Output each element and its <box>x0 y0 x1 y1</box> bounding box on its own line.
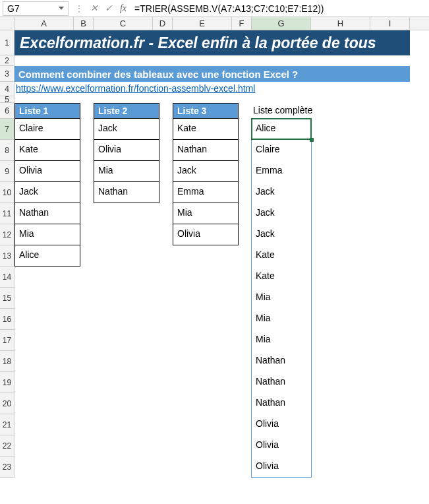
list1-item-1[interactable]: Kate <box>14 140 80 161</box>
row-header-9[interactable]: 9 <box>0 161 14 182</box>
row-header-3[interactable]: 3 <box>0 66 14 82</box>
row-header-7[interactable]: 7 <box>0 119 14 140</box>
list3-item-4[interactable]: Mia <box>173 203 239 224</box>
row-header-16[interactable]: 16 <box>0 309 14 330</box>
list2-header: Liste 2 <box>94 103 159 119</box>
list2-item-1[interactable]: Olivia <box>94 140 159 161</box>
tutorial-link[interactable]: https://www.excelformation.fr/fonction-a… <box>16 83 255 94</box>
result-item-14[interactable]: Olivia <box>252 414 311 435</box>
result-item-11[interactable]: Nathan <box>252 351 311 372</box>
row-header-8[interactable]: 8 <box>0 140 14 161</box>
fx-icon[interactable]: fx <box>116 1 130 16</box>
row-header-22[interactable]: 22 <box>0 435 14 457</box>
row-header-12[interactable]: 12 <box>0 224 14 245</box>
col-header-H[interactable]: H <box>311 17 370 30</box>
formula-text: =TRIER(ASSEMB.V(A7:A13;C7:C10;E7:E12)) <box>134 3 324 14</box>
col-header-E[interactable]: E <box>173 17 232 30</box>
name-box-dropdown-icon[interactable] <box>59 7 64 10</box>
row-header-1[interactable]: 1 <box>0 30 14 55</box>
list2-item-0[interactable]: Jack <box>94 119 159 140</box>
list1-item-0[interactable]: Claire <box>14 119 80 140</box>
list1-header: Liste 1 <box>14 103 80 119</box>
row-header-10[interactable]: 10 <box>0 182 14 203</box>
list3-item-5[interactable]: Olivia <box>173 224 239 245</box>
row-header-14[interactable]: 14 <box>0 267 14 288</box>
result-item-9[interactable]: Mia <box>252 309 311 330</box>
row-header-5[interactable]: 5 <box>0 96 14 103</box>
row-header-15[interactable]: 15 <box>0 288 14 309</box>
grid: 1234567891011121314151617181920212223 Ex… <box>0 30 429 478</box>
col-header-G[interactable]: G <box>252 17 311 30</box>
formula-input[interactable]: =TRIER(ASSEMB.V(A7:A13;C7:C10;E7:E12)) <box>130 1 429 16</box>
cells-area[interactable]: Excelformation.fr - Excel enfin à la por… <box>14 30 429 478</box>
row-header-2[interactable]: 2 <box>0 55 14 66</box>
result-item-15[interactable]: Olivia <box>252 435 311 457</box>
result-header[interactable]: Liste complète <box>252 103 324 119</box>
row-header-17[interactable]: 17 <box>0 330 14 351</box>
result-item-0[interactable]: Alice <box>252 119 311 140</box>
row-header-20[interactable]: 20 <box>0 393 14 414</box>
result-item-16[interactable]: Olivia <box>252 457 311 478</box>
confirm-formula-icon[interactable]: ✓ <box>101 1 116 16</box>
row-header-23[interactable]: 23 <box>0 457 14 478</box>
col-header-A[interactable]: A <box>14 17 74 30</box>
cancel-formula-icon[interactable]: ✕ <box>87 1 101 16</box>
result-item-10[interactable]: Mia <box>252 330 311 351</box>
select-all-corner[interactable] <box>0 17 14 30</box>
result-item-2[interactable]: Emma <box>252 161 311 182</box>
list1-item-4[interactable]: Nathan <box>14 203 80 224</box>
col-header-F[interactable]: F <box>232 17 252 30</box>
row-header-11[interactable]: 11 <box>0 203 14 224</box>
name-box[interactable]: G7 <box>3 1 69 16</box>
result-item-3[interactable]: Jack <box>252 182 311 203</box>
list3-item-0[interactable]: Kate <box>173 119 239 140</box>
title-banner: Excelformation.fr - Excel enfin à la por… <box>14 30 410 55</box>
row-header-21[interactable]: 21 <box>0 414 14 435</box>
row-header-6[interactable]: 6 <box>0 103 14 119</box>
result-item-7[interactable]: Kate <box>252 267 311 288</box>
title-text: Excelformation.fr - Excel enfin à la por… <box>20 34 376 52</box>
col-header-C[interactable]: C <box>94 17 153 30</box>
list3-item-2[interactable]: Jack <box>173 161 239 182</box>
list1-item-5[interactable]: Mia <box>14 224 80 245</box>
subtitle-banner: Comment combiner des tableaux avec une f… <box>14 66 410 82</box>
row-header-18[interactable]: 18 <box>0 351 14 372</box>
result-item-6[interactable]: Kate <box>252 245 311 267</box>
list1-item-3[interactable]: Jack <box>14 182 80 203</box>
formula-bar: G7 ⋮ ✕ ✓ fx =TRIER(ASSEMB.V(A7:A13;C7:C1… <box>0 0 429 17</box>
list1-item-2[interactable]: Olivia <box>14 161 80 182</box>
list2-item-3[interactable]: Nathan <box>94 182 159 203</box>
list3-item-3[interactable]: Emma <box>173 182 239 203</box>
result-item-1[interactable]: Claire <box>252 140 311 161</box>
formula-bar-separator: ⋮ <box>71 4 87 13</box>
result-item-8[interactable]: Mia <box>252 288 311 309</box>
list3-header: Liste 3 <box>173 103 239 119</box>
list1-item-6[interactable]: Alice <box>14 245 80 267</box>
result-item-5[interactable]: Jack <box>252 224 311 245</box>
result-item-12[interactable]: Nathan <box>252 372 311 393</box>
col-header-D[interactable]: D <box>153 17 173 30</box>
row-header-19[interactable]: 19 <box>0 372 14 393</box>
result-item-13[interactable]: Nathan <box>252 393 311 414</box>
row-headers: 1234567891011121314151617181920212223 <box>0 30 14 478</box>
subtitle-text: Comment combiner des tableaux avec une f… <box>18 69 298 80</box>
row-header-13[interactable]: 13 <box>0 245 14 267</box>
col-header-I[interactable]: I <box>370 17 410 30</box>
list3-item-1[interactable]: Nathan <box>173 140 239 161</box>
column-headers: A B C D E F G H I <box>0 17 429 30</box>
col-header-B[interactable]: B <box>74 17 94 30</box>
list2-item-2[interactable]: Mia <box>94 161 159 182</box>
result-item-4[interactable]: Jack <box>252 203 311 224</box>
name-box-value: G7 <box>7 3 20 14</box>
